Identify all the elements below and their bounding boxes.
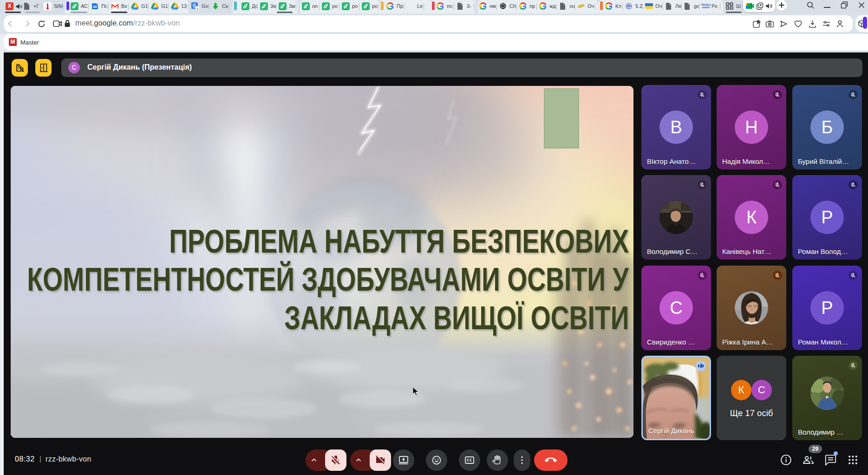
svg-text:30: 30 bbox=[93, 5, 97, 9]
svg-text:x: x bbox=[196, 7, 198, 10]
svg-text:ЛНАУ: ЛНАУ bbox=[701, 3, 711, 7]
